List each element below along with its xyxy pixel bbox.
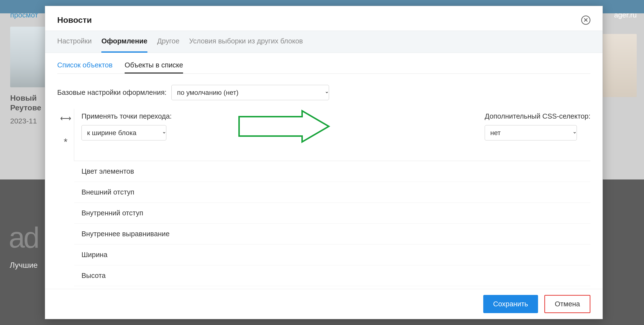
css-selector-select[interactable]: нет bbox=[485, 125, 577, 140]
mid-content: Применять точки перехода: к ширине блока… bbox=[74, 109, 590, 161]
primary-tabs: Настройки Оформление Другое Условия выбо… bbox=[45, 30, 602, 53]
breakpoints-label: Применять точки перехода: bbox=[82, 112, 172, 120]
svg-marker-0 bbox=[239, 111, 329, 142]
css-selector-label: Дополнительный CSS-селектор: bbox=[485, 112, 590, 120]
property-list: Цвет элементов Внешний отступ Внутренний… bbox=[45, 161, 602, 286]
close-icon: ✕ bbox=[584, 17, 588, 24]
modal-title: Новости bbox=[57, 15, 92, 25]
css-selector-group: Дополнительный CSS-селектор: нет bbox=[485, 112, 590, 140]
tab-other[interactable]: Другое bbox=[157, 31, 180, 53]
base-settings-label: Базовые настройки оформления: bbox=[57, 88, 166, 96]
prop-margin[interactable]: Внешний отступ bbox=[74, 182, 590, 203]
prop-height[interactable]: Высота bbox=[74, 265, 590, 286]
tab-appearance[interactable]: Оформление bbox=[101, 31, 148, 53]
bg-link-right: ager.ru bbox=[614, 11, 637, 19]
prop-width[interactable]: Ширина bbox=[74, 244, 590, 265]
breakpoints-group: Применять точки перехода: к ширине блока bbox=[82, 112, 172, 140]
cancel-button[interactable]: Отмена bbox=[544, 295, 590, 313]
settings-modal: Новости ✕ Настройки Оформление Другое Ус… bbox=[45, 6, 603, 319]
subtab-objects-in-list[interactable]: Объекты в списке bbox=[125, 61, 183, 74]
secondary-tabs: Список объектов Объекты в списке bbox=[57, 53, 590, 74]
tab-conditions[interactable]: Условия выборки из других блоков bbox=[189, 31, 303, 53]
prop-color[interactable]: Цвет элементов bbox=[74, 161, 590, 182]
save-button[interactable]: Сохранить bbox=[483, 295, 538, 313]
base-settings-row: Базовые настройки оформления: по умолчан… bbox=[45, 74, 602, 109]
subtab-object-list[interactable]: Список объектов bbox=[57, 61, 112, 74]
mid-section: ⟷ * Применять точки перехода: к ширине б… bbox=[45, 109, 602, 161]
bg-footer-tagline: Лучшие bbox=[10, 261, 38, 270]
left-icon-column: ⟷ * bbox=[57, 109, 74, 161]
bg-link-left: просмот bbox=[10, 11, 38, 19]
tab-settings[interactable]: Настройки bbox=[57, 31, 92, 53]
prop-align[interactable]: Внутреннее выравнивание bbox=[74, 224, 590, 244]
base-settings-select[interactable]: по умолчанию (нет) bbox=[172, 85, 329, 100]
arrow-annotation bbox=[237, 110, 331, 143]
breakpoints-select[interactable]: к ширине блока bbox=[82, 125, 166, 140]
bg-footer-logo: ad bbox=[9, 221, 38, 254]
modal-footer: Сохранить Отмена bbox=[45, 289, 602, 319]
resize-horizontal-icon[interactable]: ⟷ bbox=[60, 114, 71, 123]
modal-header: Новости ✕ bbox=[45, 6, 602, 30]
asterisk-icon[interactable]: * bbox=[64, 136, 68, 148]
prop-padding[interactable]: Внутренний отступ bbox=[74, 203, 590, 224]
close-button[interactable]: ✕ bbox=[581, 16, 590, 25]
